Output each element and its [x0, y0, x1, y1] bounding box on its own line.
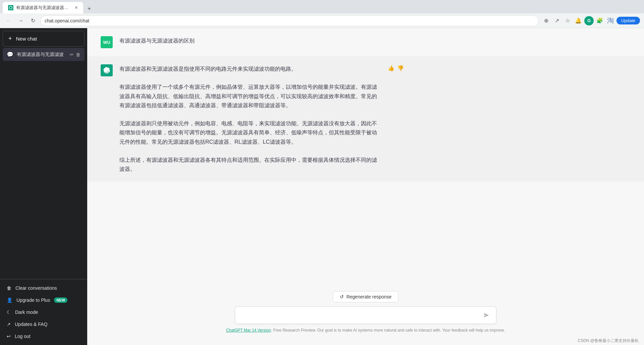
footer-description: . Free Research Preview. Our goal is to … — [271, 328, 505, 333]
plus-icon: + — [8, 35, 12, 42]
dark-mode-label: Dark mode — [15, 309, 38, 315]
tab-favicon — [8, 5, 13, 10]
updates-faq-label: Updates & FAQ — [15, 322, 47, 327]
share-icon[interactable]: ↗ — [552, 16, 561, 25]
regenerate-icon: ↺ — [340, 294, 344, 299]
app: + New chat 💬 有源滤波器与无源滤波 ✏ 🗑 🗑 Clear conv… — [0, 28, 644, 345]
logout-label: Log out — [15, 334, 31, 339]
star-icon[interactable]: ☆ — [563, 16, 572, 25]
assistant-message-row: 有源滤波器和无源滤波器是指使用不同的电路元件来实现滤波功能的电路。 有源滤波器使… — [87, 56, 644, 182]
sidebar-bottom: 🗑 Clear conversations 👤 Upgrade to Plus … — [0, 279, 87, 345]
reload-button[interactable]: ↻ — [28, 16, 38, 25]
chat-messages: WU 有源滤波器与无源滤波器的区别 有源滤波器和无源滤波器是指使用不同的电路元件… — [87, 28, 644, 286]
trash-icon: 🗑 — [7, 285, 11, 291]
new-chat-label: New chat — [16, 36, 37, 42]
bell-icon[interactable]: 🔔 — [574, 16, 583, 25]
edit-icon[interactable]: ✏ — [70, 52, 74, 57]
toolbar-icons: ⊕ ↗ ☆ 🔔 G 🧩 淘 Update — [541, 16, 640, 25]
chat-icon: 💬 — [7, 51, 13, 58]
extensions-icon[interactable]: 🧩 — [595, 16, 604, 25]
upgrade-to-plus-button[interactable]: 👤 Upgrade to Plus NEW — [3, 294, 85, 306]
assistant-message-content: 有源滤波器和无源滤波器是指使用不同的电路元件来实现滤波功能的电路。 有源滤波器使… — [119, 64, 381, 174]
sidebar: + New chat 💬 有源滤波器与无源滤波 ✏ 🗑 🗑 Clear conv… — [0, 28, 87, 345]
user-message-content: 有源滤波器与无源滤波器的区别 — [119, 36, 381, 48]
sidebar-top: + New chat 💬 有源滤波器与无源滤波 ✏ 🗑 — [0, 28, 87, 279]
address-input[interactable] — [40, 15, 539, 26]
message-actions: 👍 👎 — [388, 64, 404, 174]
new-badge: NEW — [54, 297, 67, 303]
upgrade-label: Upgrade to Plus — [16, 297, 50, 303]
gpt-avatar — [101, 64, 113, 76]
back-button[interactable]: ← — [4, 16, 13, 25]
clear-conversations-button[interactable]: 🗑 Clear conversations — [3, 282, 85, 294]
menu-icon[interactable]: 淘 — [606, 16, 615, 25]
input-row — [235, 306, 496, 324]
user-icon: 👤 — [7, 297, 12, 303]
tab-close-button[interactable]: × — [75, 5, 78, 11]
chat-bottom: ↺ Regenerate response ChatGPT Mar 14 Ver… — [87, 286, 644, 338]
logout-icon: ↩ — [7, 334, 11, 339]
update-button[interactable]: Update — [616, 17, 640, 24]
chat-input[interactable] — [240, 312, 481, 318]
active-tab[interactable]: 有源滤波器与无源滤波器的区别 × — [3, 2, 83, 13]
chat-item-actions: ✏ 🗑 — [70, 52, 80, 57]
user-message-row: WU 有源滤波器与无源滤波器的区别 — [87, 28, 644, 56]
assistant-para-0: 有源滤波器和无源滤波器是指使用不同的电路元件来实现滤波功能的电路。 — [119, 64, 381, 73]
footer-link[interactable]: ChatGPT Mar 14 Version — [226, 328, 271, 333]
footer-brand: CSDN @鲁棒最小二乘支持向量机 — [87, 338, 644, 345]
updates-faq-button[interactable]: ↗ Updates & FAQ — [3, 318, 85, 330]
profile-icon[interactable]: G — [584, 16, 594, 25]
translate-icon[interactable]: ⊕ — [541, 16, 551, 25]
forward-button[interactable]: → — [16, 16, 25, 25]
clear-conversations-label: Clear conversations — [15, 285, 57, 291]
send-button[interactable] — [481, 310, 491, 320]
moon-icon: ☾ — [7, 309, 11, 315]
regenerate-label: Regenerate response — [346, 294, 392, 299]
tab-bar: 有源滤波器与无源滤波器的区别 × + — [0, 0, 644, 13]
user-avatar: WU — [101, 36, 113, 48]
address-bar-row: ← → ↻ ⊕ ↗ ☆ 🔔 G 🧩 淘 Update — [0, 13, 644, 28]
thumbs-down-button[interactable]: 👎 — [397, 65, 404, 71]
dark-mode-button[interactable]: ☾ Dark mode — [3, 306, 85, 318]
external-link-icon: ↗ — [7, 322, 11, 327]
assistant-para-3: 综上所述，有源滤波器和无源滤波器各有其特点和适用范围。在实际应用中，需要根据具体… — [119, 155, 381, 174]
delete-icon[interactable]: 🗑 — [76, 52, 80, 57]
new-chat-button[interactable]: + New chat — [3, 31, 85, 47]
main-content: WU 有源滤波器与无源滤波器的区别 有源滤波器和无源滤波器是指使用不同的电路元件… — [87, 28, 644, 345]
chat-list-item[interactable]: 💬 有源滤波器与无源滤波 ✏ 🗑 — [3, 48, 85, 61]
assistant-para-2: 无源滤波器则只使用被动元件，例如电容、电感、电阻等，来实现滤波功能。无源滤波器没… — [119, 119, 381, 146]
tab-title: 有源滤波器与无源滤波器的区别 — [16, 5, 72, 11]
assistant-para-1: 有源滤波器使用了一个或多个有源元件，例如晶体管、运算放大器等，以增加信号的能量并… — [119, 82, 381, 110]
regenerate-button[interactable]: ↺ Regenerate response — [333, 291, 399, 302]
footer-text: ChatGPT Mar 14 Version. Free Research Pr… — [226, 328, 505, 335]
chat-item-title: 有源滤波器与无源滤波 — [17, 52, 66, 58]
new-tab-button[interactable]: + — [85, 4, 94, 13]
thumbs-up-button[interactable]: 👍 — [388, 65, 394, 71]
logout-button[interactable]: ↩ Log out — [3, 330, 85, 342]
